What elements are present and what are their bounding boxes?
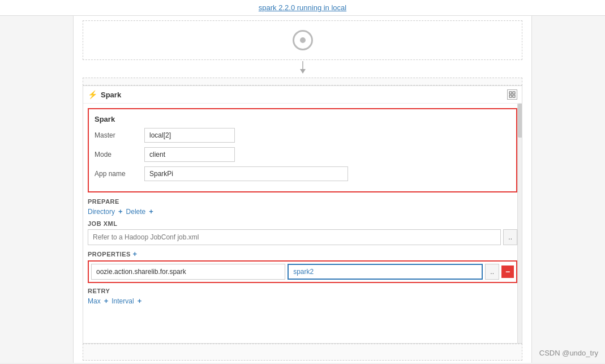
svg-rect-2 <box>509 92 512 94</box>
canvas-bottom <box>83 344 522 361</box>
job-xml-row: .. <box>88 229 517 245</box>
mode-input[interactable] <box>144 147 235 162</box>
job-xml-input[interactable] <box>88 229 501 245</box>
arrow-connector <box>83 61 522 76</box>
spark-version-link[interactable]: spark 2.2.0 running in local <box>259 3 346 12</box>
appname-row: App name <box>95 166 510 181</box>
target-icon <box>293 30 313 50</box>
right-panel <box>531 16 605 363</box>
properties-plus-icon[interactable]: + <box>132 250 137 258</box>
job-xml-browse-button[interactable]: .. <box>503 229 517 245</box>
appname-input[interactable] <box>144 166 348 181</box>
spark-panel: ⚡ Spark Spark <box>83 85 522 344</box>
spark-bolt-icon: ⚡ <box>88 90 97 99</box>
prop-value-input[interactable] <box>288 264 483 280</box>
prop-key-input[interactable] <box>91 264 285 280</box>
prepare-links: Directory + Delete + <box>88 207 517 216</box>
retry-section: RETRY Max + Interval + <box>88 288 517 305</box>
properties-label: PROPERTIES + <box>88 250 517 258</box>
max-plus-icon[interactable]: + <box>104 297 109 305</box>
main-area: ⚡ Spark Spark <box>0 16 605 363</box>
svg-rect-5 <box>513 95 515 97</box>
svg-rect-3 <box>513 92 515 94</box>
job-xml-label: JOB XML <box>88 220 517 227</box>
svg-rect-4 <box>509 95 512 97</box>
prop-remove-button[interactable]: − <box>501 265 514 278</box>
master-input[interactable] <box>144 128 235 143</box>
scroll-indicator[interactable] <box>517 104 522 343</box>
spark-panel-title: Spark <box>101 91 121 99</box>
directory-link[interactable]: Directory <box>88 208 115 216</box>
spark-config-section: Spark Master Mode App name <box>88 108 517 192</box>
delete-link[interactable]: Delete <box>126 208 146 216</box>
top-bar: spark 2.2.0 running in local <box>0 0 605 16</box>
left-panel <box>0 16 74 363</box>
spark-header: ⚡ Spark <box>83 86 522 104</box>
expand-button[interactable] <box>507 89 517 100</box>
spark-title-area: ⚡ Spark <box>88 90 121 99</box>
mode-label: Mode <box>95 151 140 159</box>
retry-label: RETRY <box>88 288 517 294</box>
watermark: CSDN @undo_try <box>539 349 598 357</box>
directory-plus-icon[interactable]: + <box>118 207 123 216</box>
properties-row: .. − <box>88 260 517 283</box>
spark-section-title: Spark <box>95 115 510 123</box>
canvas-top <box>83 20 522 60</box>
properties-section: PROPERTIES + .. − <box>88 250 517 283</box>
svg-marker-1 <box>300 69 306 74</box>
max-link[interactable]: Max <box>88 297 101 305</box>
appname-label: App name <box>95 170 140 178</box>
connector-bar <box>83 78 522 85</box>
retry-links: Max + Interval + <box>88 297 517 305</box>
delete-plus-icon[interactable]: + <box>149 207 153 216</box>
target-inner <box>300 37 306 43</box>
prepare-label: PREPARE <box>88 198 517 205</box>
job-xml-section: JOB XML .. <box>88 220 517 245</box>
master-row: Master <box>95 128 510 143</box>
scroll-thumb <box>518 104 522 138</box>
master-label: Master <box>95 131 140 139</box>
interval-link[interactable]: Interval <box>111 297 134 305</box>
spark-content: Spark Master Mode App name <box>83 104 522 343</box>
prepare-section: PREPARE Directory + Delete + <box>88 198 517 216</box>
center-panel: ⚡ Spark Spark <box>74 16 531 363</box>
prop-browse-button[interactable]: .. <box>485 264 499 280</box>
interval-plus-icon[interactable]: + <box>138 297 142 305</box>
mode-row: Mode <box>95 147 510 162</box>
